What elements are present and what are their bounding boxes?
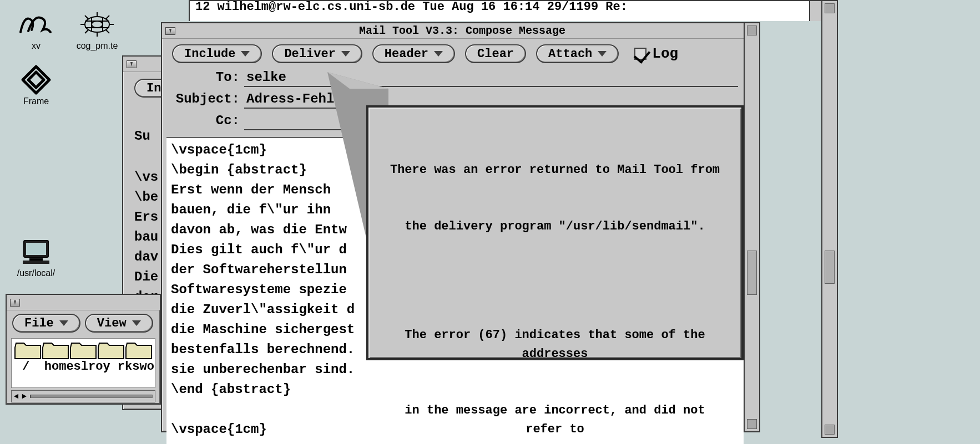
file-menu-button[interactable]: File [12, 314, 80, 333]
subject-label: Subject: [172, 91, 244, 106]
svg-rect-3 [26, 243, 46, 255]
clear-button[interactable]: Clear [465, 44, 526, 63]
folder-icon[interactable] [69, 341, 97, 360]
scroll-thumb[interactable] [747, 251, 757, 295]
scroll-down-icon[interactable] [747, 419, 757, 429]
scroll-track[interactable] [30, 395, 153, 398]
folder-icon[interactable] [14, 341, 42, 360]
file-manager-path-view[interactable]: / homeslroy rkswo [11, 338, 155, 388]
folder-icon[interactable] [125, 341, 153, 360]
desktop-icon-usr-local[interactable]: /usr/local/ [6, 238, 67, 278]
error-dialog: There was an error returned to Mail Tool… [366, 105, 744, 360]
desktop-icon-frame[interactable]: Frame [6, 67, 67, 106]
log-label: Log [652, 45, 678, 62]
scroll-right-icon[interactable]: ► [22, 392, 26, 401]
file-manager-window: File View / homeslroy rkswo ◄ [6, 294, 161, 405]
mail-list-row[interactable]: 12 wilhelm@rw-elc.cs.uni-sb.de Tue Aug 1… [189, 0, 827, 21]
folder-icon[interactable] [97, 341, 125, 360]
desktop-icon-label: Frame [23, 96, 49, 106]
header-button[interactable]: Header [372, 44, 455, 63]
view-menu-button[interactable]: View [85, 314, 153, 333]
pin-icon[interactable] [165, 27, 175, 35]
svg-point-0 [85, 17, 109, 32]
scrollbar[interactable] [744, 22, 760, 432]
scroll-up-icon[interactable] [747, 25, 757, 35]
cc-label: Cc: [172, 113, 244, 128]
folder-icon[interactable] [42, 341, 69, 360]
svg-point-1 [92, 21, 103, 28]
gear-icon [79, 11, 115, 38]
chevron-down-icon [59, 320, 68, 326]
to-field[interactable] [244, 69, 738, 87]
deliver-button[interactable]: Deliver [272, 44, 362, 63]
scroll-thumb[interactable] [825, 251, 835, 284]
chevron-down-icon [341, 51, 350, 57]
mail-list-line: 12 wilhelm@rw-elc.cs.uni-sb.de Tue Aug 1… [195, 0, 628, 14]
error-line: The error (67) indicates that some of th… [385, 326, 725, 364]
page-title: Mail Tool V3.3: Compose Message [180, 24, 745, 37]
chevron-down-icon [241, 51, 250, 57]
chevron-down-icon [434, 51, 443, 57]
svg-rect-5 [23, 261, 49, 264]
desktop-icon-cog[interactable]: cog_pm.te [67, 11, 128, 51]
desktop-icon-xv[interactable]: xv [6, 11, 67, 51]
desktop-icon-label: xv [32, 41, 41, 51]
chevron-down-icon [598, 51, 607, 57]
error-line: the delivery program "/usr/lib/sendmail"… [385, 217, 725, 236]
error-line: There was an error returned to Mail Tool… [385, 161, 725, 180]
checkbox-icon [634, 48, 646, 60]
error-line: in the message are incorrect, and did no… [385, 401, 725, 439]
to-label: To: [172, 70, 244, 85]
scroll-down-icon[interactable] [825, 425, 835, 435]
scroll-up-icon[interactable] [825, 3, 835, 13]
pin-icon[interactable] [127, 60, 137, 68]
scrollbar[interactable] [821, 0, 838, 438]
horizontal-scrollbar[interactable]: ◄ ► [11, 390, 155, 402]
scroll-left-icon[interactable]: ◄ [14, 392, 18, 401]
monitor-icon [18, 238, 54, 265]
include-button[interactable]: Include [172, 44, 262, 63]
chevron-down-icon [132, 320, 141, 326]
pin-icon[interactable] [10, 299, 20, 307]
path-labels: / homeslroy rkswo [12, 360, 155, 374]
subject-label-fragment: Su [134, 129, 150, 144]
attach-button[interactable]: Attach [536, 44, 619, 63]
desktop-icon-label: cog_pm.te [77, 41, 118, 51]
svg-rect-4 [29, 258, 43, 261]
log-checkbox[interactable]: Log [634, 45, 678, 62]
desktop-icon-label: /usr/local/ [17, 268, 55, 278]
xv-icon [18, 11, 54, 38]
frame-logo-icon [18, 67, 54, 93]
